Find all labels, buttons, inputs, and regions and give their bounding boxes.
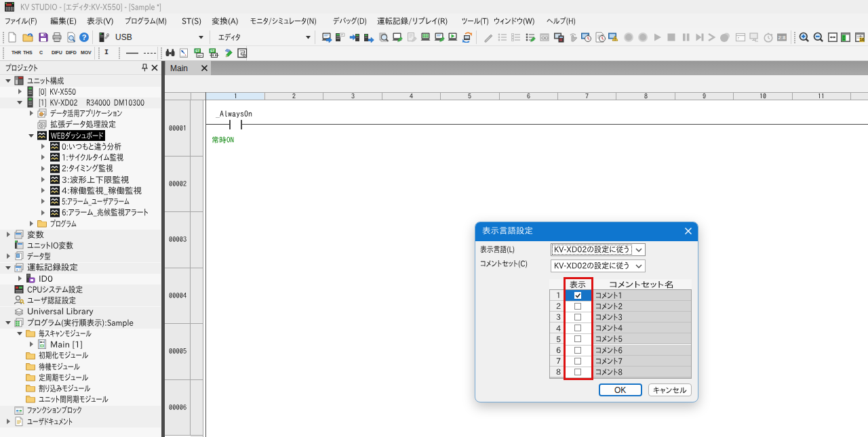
svg-text:?: ? <box>82 33 87 41</box>
svg-text:2:8: 2:8 <box>778 35 786 41</box>
svg-text:16: 16 <box>859 37 865 42</box>
svg-text:ST: ST <box>210 49 216 53</box>
svg-text:ST: ST <box>195 49 201 53</box>
